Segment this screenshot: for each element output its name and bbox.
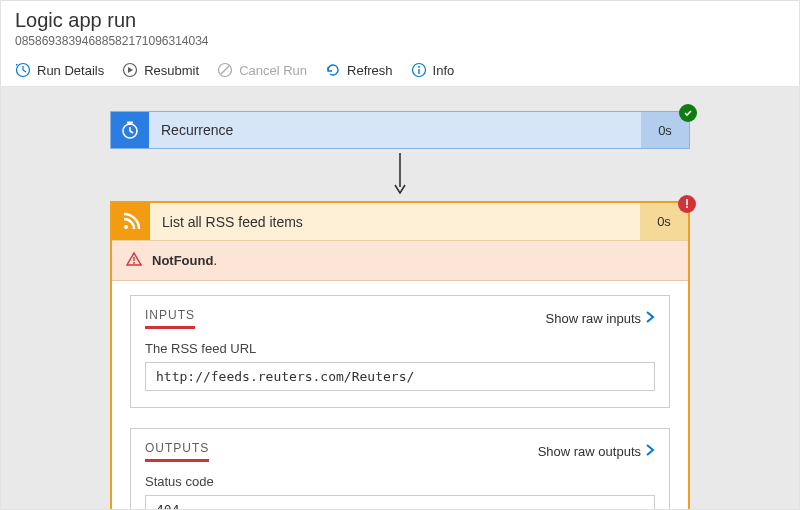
inputs-section: INPUTS Show raw inputs The RSS feed URL … [112,281,688,510]
warning-icon [126,251,142,270]
cancel-run-button: Cancel Run [217,62,307,78]
svg-point-5 [418,66,420,68]
error-message: NotFound. [152,253,217,268]
cancel-run-icon [217,62,233,78]
recurrence-icon [111,112,149,148]
resubmit-label: Resubmit [144,63,199,78]
info-label: Info [433,63,455,78]
chevron-right-icon [645,444,655,459]
page-header: Logic app run 08586938394688582171096314… [1,1,799,54]
arrow-down-icon [393,153,407,195]
run-details-label: Run Details [37,63,104,78]
outputs-section: OUTPUTS Show raw outputs Status code 404 [130,428,670,510]
status-code-value: 404 [145,495,655,510]
recurrence-title: Recurrence [149,112,641,148]
show-raw-inputs-button[interactable]: Show raw inputs [546,311,655,326]
show-raw-outputs-label: Show raw outputs [538,444,641,459]
page-title: Logic app run [15,9,785,32]
success-badge-icon [679,104,697,122]
svg-point-14 [133,262,135,264]
svg-rect-13 [133,257,134,261]
inputs-label: INPUTS [145,308,195,329]
error-banner: NotFound. [112,241,688,281]
rss-title: List all RSS feed items [150,203,640,240]
resubmit-icon [122,62,138,78]
chevron-right-icon [645,311,655,326]
rss-url-value: http://feeds.reuters.com/Reuters/ [145,362,655,391]
refresh-button[interactable]: Refresh [325,62,393,78]
designer-canvas: Recurrence 0s List all RSS feed items 0s… [1,87,799,510]
svg-rect-6 [418,69,419,74]
connector-arrow [1,153,799,195]
info-icon [411,62,427,78]
refresh-icon [325,62,341,78]
svg-line-3 [221,66,229,74]
rss-url-label: The RSS feed URL [145,341,655,356]
svg-rect-9 [129,122,131,125]
show-raw-outputs-button[interactable]: Show raw outputs [538,444,655,459]
info-button[interactable]: Info [411,62,455,78]
outputs-label: OUTPUTS [145,441,209,462]
run-details-icon [15,62,31,78]
rss-icon [112,203,150,240]
refresh-label: Refresh [347,63,393,78]
resubmit-button[interactable]: Resubmit [122,62,199,78]
cancel-run-label: Cancel Run [239,63,307,78]
rss-card-header: List all RSS feed items 0s [112,203,688,241]
error-badge-icon: ! [678,195,696,213]
status-code-label: Status code [145,474,655,489]
run-details-button[interactable]: Run Details [15,62,104,78]
rss-card[interactable]: List all RSS feed items 0s ! NotFound. I… [110,201,690,510]
toolbar: Run Details Resubmit Cancel Run Refresh … [1,54,799,87]
svg-point-12 [124,225,128,229]
show-raw-inputs-label: Show raw inputs [546,311,641,326]
recurrence-card[interactable]: Recurrence 0s [110,111,690,149]
run-id: 08586938394688582171096314034 [15,34,785,48]
